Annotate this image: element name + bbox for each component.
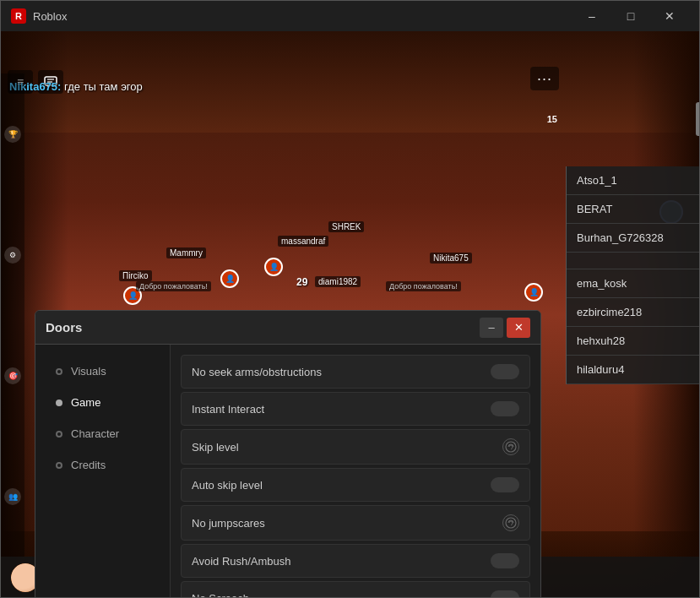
scrollbar-thumb: [696, 102, 700, 136]
toggle-label-avoid: Avoid Rush/Ambush: [192, 555, 291, 568]
toggle-label-screech: No Screech: [192, 592, 249, 599]
toggle-row-seek: No seek arms/obstructions: [181, 355, 530, 389]
toggle-row-skip: Skip level: [181, 429, 530, 465]
player-list-item-atso[interactable]: Atso1_1: [567, 166, 700, 195]
toggle-row-jumpscares: No jumpscares: [181, 505, 530, 541]
doors-header: Doors – ✕: [35, 311, 540, 345]
toggle-row-screech: No Screech: [181, 581, 530, 598]
doors-sidebar: Visuals Game Character Credits: [35, 345, 171, 598]
sidebar-dot-character: [56, 431, 62, 438]
svg-point-3: [506, 442, 516, 452]
toggle-switch-instant[interactable]: [491, 401, 519, 416]
player-label-massandraf: massandraf: [278, 236, 328, 247]
sidebar-label-credits: Credits: [71, 459, 106, 471]
sidebar-label-game: Game: [71, 396, 100, 409]
toggle-switch-screech[interactable]: [491, 590, 519, 598]
toggle-label-skip: Skip level: [192, 441, 239, 454]
welcome-text-2: Добро пожаловать!: [386, 281, 461, 291]
sidebar-label-character: Character: [71, 427, 119, 440]
player-label-nikita675: Nikita675: [430, 253, 472, 264]
doors-content[interactable]: No seek arms/obstructions Instant Intera…: [171, 345, 540, 598]
person-circle-2: 👤: [220, 269, 239, 288]
doors-body: Visuals Game Character Credits: [35, 345, 540, 598]
player-list-item-ema[interactable]: ema_kosk: [567, 269, 700, 298]
more-options-icon[interactable]: ···: [530, 67, 559, 90]
person-circle-3: 👤: [264, 258, 283, 276]
sidebar-dot-credits: [56, 462, 62, 469]
toggle-switch-avoid[interactable]: [491, 553, 519, 568]
toggle-label-seek: No seek arms/obstructions: [192, 366, 322, 378]
window-title: Roblox: [33, 10, 67, 23]
person-circle-4: 👤: [524, 283, 543, 302]
toggle-row-autoskip: Auto skip level: [181, 468, 530, 502]
chat-text: где ты там эгор: [64, 80, 143, 93]
sidebar-item-visuals[interactable]: Visuals: [42, 356, 163, 386]
toggle-fingerprint-jumpscares[interactable]: [502, 514, 519, 531]
close-button[interactable]: ✕: [650, 1, 689, 31]
sidebar-label-visuals: Visuals: [71, 365, 106, 378]
sidebar-dot-game: [56, 400, 62, 406]
chat-message: Nikita675: где ты там эгор: [9, 80, 143, 93]
player-list-item-ezbircime[interactable]: ezbircime218: [567, 298, 700, 327]
svg-point-4: [506, 518, 516, 528]
toggle-label-instant: Instant Interact: [192, 403, 264, 416]
sidebar-item-game[interactable]: Game: [42, 388, 163, 417]
player-label-mammry: Mammry: [166, 247, 206, 258]
toggle-switch-seek[interactable]: [491, 364, 519, 379]
hud-icon-1: 🏆: [4, 126, 21, 143]
window-frame: R Roblox – □ ✕ ≡: [0, 0, 700, 598]
window-controls: – □ ✕: [572, 1, 689, 31]
doors-close-button[interactable]: ✕: [507, 318, 530, 338]
doors-header-buttons: – ✕: [480, 318, 530, 338]
maximize-button[interactable]: □: [611, 1, 650, 31]
toggle-label-jumpscares: No jumpscares: [192, 517, 265, 530]
roblox-icon: R: [11, 8, 26, 24]
toggle-fingerprint-skip[interactable]: [502, 438, 519, 455]
toggle-switch-autoskip[interactable]: [491, 477, 519, 492]
player-list-spacer: [567, 253, 700, 269]
doors-minimize-button[interactable]: –: [480, 318, 503, 338]
player-list-item-berat[interactable]: BERAT: [567, 195, 700, 224]
doors-title: Doors: [46, 320, 82, 334]
hud-icon-2: ⚙: [4, 247, 21, 264]
hud-left: 🏆 ⚙ 🎯 👥: [1, 73, 24, 557]
player-list: Atso1_1 BERAT Burhan_G726328 ema_kosk ez…: [566, 166, 700, 384]
toggle-row-avoid: Avoid Rush/Ambush: [181, 544, 530, 578]
toggle-label-autoskip: Auto skip level: [192, 479, 263, 492]
minimize-button[interactable]: –: [572, 1, 611, 31]
player-list-item-burhan[interactable]: Burhan_G726328: [567, 224, 700, 253]
sidebar-dot-visuals: [56, 368, 62, 375]
sidebar-item-credits[interactable]: Credits: [42, 450, 163, 480]
welcome-text-1: Добро пожаловать!: [136, 281, 211, 291]
number-label: 29: [296, 276, 307, 288]
sidebar-item-character[interactable]: Character: [42, 419, 163, 448]
score-badge: 15: [547, 114, 557, 124]
title-bar: R Roblox – □ ✕: [1, 1, 699, 31]
player-list-item-hehxuh[interactable]: hehxuh28: [567, 327, 700, 356]
player-label-shrek: SHREK: [328, 221, 364, 232]
hud-icon-4: 👥: [4, 488, 21, 505]
hud-icon-3: 🎯: [4, 367, 21, 384]
toggle-row-instant: Instant Interact: [181, 392, 530, 426]
player-label-diami1982: diami1982: [315, 276, 361, 287]
doors-modal: Doors – ✕ Visuals Game: [35, 310, 541, 598]
player-list-item-hilalduru[interactable]: hilalduru4: [567, 356, 700, 384]
player-label-pirciko: Пirciko: [119, 270, 152, 281]
title-bar-left: R Roblox: [11, 8, 67, 24]
game-area: ≡ ··· Nikita675: где ты там эгор SHREK m…: [1, 31, 700, 598]
